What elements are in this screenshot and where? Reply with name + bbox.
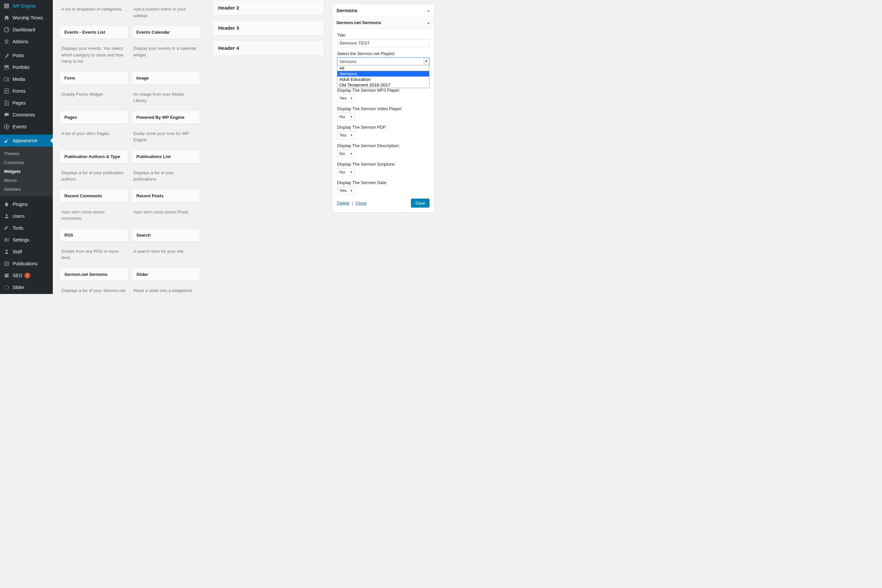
widget-title: Slider: [132, 268, 200, 281]
widget-events-events-list[interactable]: Events - Events List: [59, 26, 128, 39]
svg-text:Y: Y: [6, 274, 8, 278]
widget-slider[interactable]: Slider: [131, 268, 200, 282]
sidebar-item-wp-engine[interactable]: WP Engine: [0, 0, 53, 12]
sidebar-item-cornerstone[interactable]: Cornerstone: [0, 293, 53, 294]
sidebar-item-label: Portfolio: [12, 64, 29, 70]
sidebar-item-seo[interactable]: YSEO2: [0, 270, 53, 282]
sidebar-item-slider[interactable]: Slider: [0, 282, 53, 293]
title-input[interactable]: [337, 39, 430, 47]
submenu-item-customize[interactable]: Customize: [0, 158, 53, 167]
sidebar-item-label: WP Engine: [12, 3, 36, 9]
home-icon: [3, 15, 10, 21]
playlist-label: Select the Sermon.net Playlist:: [337, 51, 430, 56]
sidebar-item-events[interactable]: Events: [0, 121, 53, 133]
scripture-select[interactable]: No▼: [337, 168, 355, 176]
date-select[interactable]: Yes▼: [337, 186, 355, 195]
sidebar-item-plugins[interactable]: Plugins: [0, 198, 53, 210]
sidebar-item-addons[interactable]: Addons: [0, 36, 53, 48]
sidebar-item-users[interactable]: Users: [0, 210, 53, 222]
sidebar-item-appearance[interactable]: Appearance: [0, 135, 53, 147]
widget-title: Events - Events List: [60, 26, 128, 39]
sidebar-item-forms[interactable]: Forms: [0, 85, 53, 97]
chevron-down-icon: ▼: [350, 97, 353, 100]
svg-rect-1: [6, 4, 8, 5]
settings-icon: [3, 237, 10, 243]
svg-rect-2: [8, 4, 9, 5]
sidebar-item-label: Publications: [12, 261, 38, 266]
playlist-option[interactable]: Sermons: [337, 71, 429, 76]
playlist-dropdown: AllSermonsAdult EducationOld Testament 2…: [337, 65, 430, 88]
widget-title: RSS: [60, 229, 128, 242]
mp3-select[interactable]: Yes▼: [337, 94, 355, 102]
save-button[interactable]: Save: [411, 199, 430, 207]
widget-title: Sermon.net Sermons: [60, 268, 128, 281]
widget-image[interactable]: Image: [131, 71, 200, 85]
close-link[interactable]: Close: [356, 201, 367, 206]
delete-link[interactable]: Delete: [337, 201, 350, 206]
sidebar-item-settings[interactable]: Settings: [0, 234, 53, 246]
widget-instance-header[interactable]: Sermon.net Sermons ▲: [332, 16, 434, 28]
svg-rect-7: [6, 7, 8, 9]
panel-title-row[interactable]: Sermons ▲: [332, 4, 434, 16]
sidebar-item-dashboard[interactable]: Dashboard: [0, 24, 53, 36]
brush-icon: [3, 137, 10, 144]
video-label: Display The Sermon Video Player:: [337, 106, 430, 111]
admin-sidebar: WP EngineWorship TimesDashboardAddons Po…: [0, 0, 53, 294]
widget-publications-list[interactable]: Publications List: [131, 150, 200, 164]
widget-publication-authors-type[interactable]: Publication Authors & Type: [59, 150, 128, 164]
sidebar-item-tools[interactable]: Tools: [0, 222, 53, 234]
widget-description: Entries from any RSS or Atom feed.: [59, 246, 128, 264]
sidebar-item-label: Worship Times: [12, 15, 43, 21]
widget-rss[interactable]: RSS: [59, 228, 128, 242]
widget-description: Add a custom menu to your sidebar.: [131, 3, 200, 22]
sidebar-item-label: Pages: [12, 100, 26, 106]
widget-title: Publication Authors & Type: [60, 150, 128, 164]
sidebar-item-label: Posts: [12, 53, 24, 58]
widget-description: Displays a list of your Sermon.net sermo…: [59, 285, 128, 294]
mp3-label: Display The Sermon MP3 Player:: [337, 88, 430, 93]
submenu-item-themes[interactable]: Themes: [0, 149, 53, 158]
users-icon: [3, 213, 10, 219]
widget-recent-comments[interactable]: Recent Comments: [59, 189, 128, 203]
sidebar-item-pages[interactable]: Pages: [0, 97, 53, 109]
sidebar-item-publications[interactable]: Publications: [0, 258, 53, 270]
widget-description: Displays a list of your publication auth…: [59, 167, 128, 186]
sidebar-item-portfolio[interactable]: Portfolio: [0, 62, 53, 73]
sidebar-item-posts[interactable]: Posts: [0, 50, 53, 62]
widget-powered-by-wp-engine[interactable]: Powered By WP Engine: [131, 111, 200, 124]
widget-form[interactable]: Form: [59, 71, 128, 85]
widget-area-header-4[interactable]: Header 4: [213, 40, 324, 56]
svg-rect-6: [4, 7, 6, 9]
widget-sermon-net-sermons[interactable]: Sermon.net Sermons: [59, 268, 128, 282]
pdf-select[interactable]: Yes▼: [337, 131, 355, 139]
sidebar-item-comments[interactable]: Comments: [0, 109, 53, 121]
sidebar-item-label: Plugins: [12, 202, 28, 207]
sidebar-item-worship-times[interactable]: Worship Times: [0, 12, 53, 24]
widget-search[interactable]: Search: [131, 228, 200, 242]
widget-recent-posts[interactable]: Recent Posts: [131, 189, 200, 203]
desc-select[interactable]: No▼: [337, 150, 355, 158]
widget-description: Your site's most recent Posts.: [131, 206, 200, 219]
submenu-item-widgets[interactable]: Widgets: [0, 167, 53, 176]
widget-area-header-3[interactable]: Header 3: [213, 20, 324, 36]
playlist-option[interactable]: Old Testament 2016-2017: [337, 82, 429, 88]
widget-pages[interactable]: Pages: [59, 111, 128, 124]
svg-point-18: [8, 240, 9, 240]
collapse-icon: ▲: [427, 9, 430, 12]
playlist-option[interactable]: All: [337, 65, 429, 71]
svg-rect-8: [8, 7, 9, 9]
chevron-down-icon: ▼: [350, 171, 353, 174]
svg-point-24: [5, 285, 9, 290]
widget-area-header-2[interactable]: Header 2: [213, 0, 324, 15]
sidebar-item-staff[interactable]: Staff: [0, 246, 53, 258]
sidebar-item-media[interactable]: Media: [0, 73, 53, 85]
video-select[interactable]: No▼: [337, 112, 355, 121]
svg-rect-3: [4, 5, 6, 7]
submenu-item-sidebars[interactable]: Sidebars: [0, 185, 53, 194]
widget-events-calendar[interactable]: Events Calendar: [131, 26, 200, 39]
comments-icon: [3, 111, 10, 118]
sidebar-item-label: Settings: [12, 237, 29, 243]
playlist-select[interactable]: Sermons ▼: [337, 57, 430, 65]
submenu-item-menus[interactable]: Menus: [0, 176, 53, 185]
playlist-option[interactable]: Adult Education: [337, 76, 429, 82]
